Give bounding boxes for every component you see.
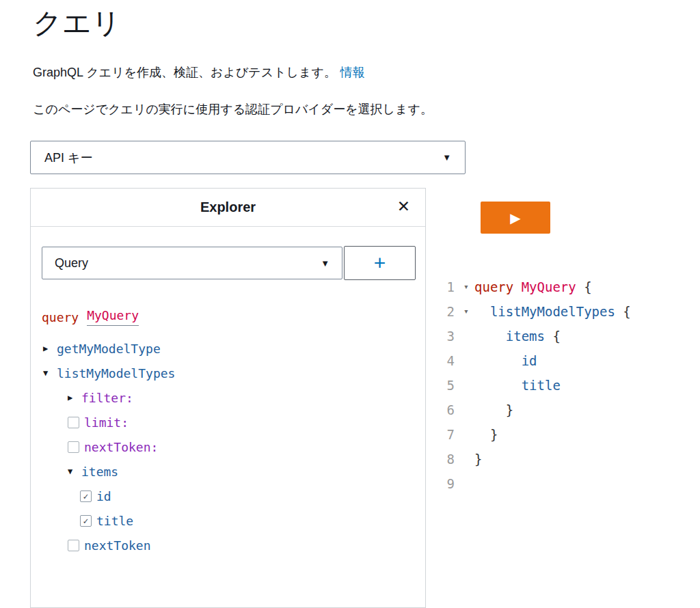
fold-gutter xyxy=(458,398,474,422)
checkbox-unchecked-icon[interactable] xyxy=(68,441,79,453)
node-label: getMyModelType xyxy=(57,342,161,356)
operation-keyword: query xyxy=(42,310,79,324)
info-link[interactable]: 情報 xyxy=(340,66,365,79)
explorer-toolbar: Query ▼ + xyxy=(31,227,425,280)
line-number: 6 xyxy=(427,398,458,422)
code-line-9[interactable]: 9 xyxy=(427,471,700,496)
code-text: items { xyxy=(474,324,561,348)
node-label: listMyModelTypes xyxy=(57,366,175,381)
code-text: title xyxy=(474,373,561,398)
fold-gutter xyxy=(458,447,474,471)
checkbox-unchecked-icon[interactable] xyxy=(68,417,79,428)
code-text: listMyModelTypes { xyxy=(474,299,631,324)
chevron-down-icon: ▼ xyxy=(442,152,451,163)
fold-gutter xyxy=(458,373,474,398)
line-number: 8 xyxy=(427,447,458,471)
chevron-down-icon: ▼ xyxy=(321,258,329,268)
code-line-7[interactable]: 7 } xyxy=(427,422,700,447)
run-query-button[interactable]: ▶ xyxy=(481,202,550,234)
operation-name-row[interactable]: query MyQuery xyxy=(31,305,425,329)
explorer-node-filter[interactable]: ▶filter: xyxy=(31,385,425,410)
node-label: items xyxy=(81,465,118,479)
add-operation-button[interactable]: + xyxy=(344,246,416,280)
line-number: 4 xyxy=(427,348,458,373)
line-number: 7 xyxy=(427,422,458,447)
expanded-arrow-icon[interactable]: ▼ xyxy=(68,467,81,476)
node-label: title xyxy=(96,514,133,528)
auth-provider-instruction: このページでクエリの実行に使用する認証プロバイダーを選択します。 xyxy=(33,101,433,118)
explorer-node-getmymodeltype[interactable]: ▶getMyModelType xyxy=(31,336,425,361)
line-number: 5 xyxy=(427,373,458,398)
node-label: limit: xyxy=(84,415,129,430)
explorer-node-items[interactable]: ▼items xyxy=(31,459,425,484)
line-number: 1 xyxy=(427,275,458,299)
fold-gutter xyxy=(458,324,474,348)
fold-arrow-icon[interactable]: ▾ xyxy=(458,275,474,299)
node-label: filter: xyxy=(81,391,133,405)
close-icon[interactable]: ✕ xyxy=(397,197,410,216)
play-icon: ▶ xyxy=(510,210,520,226)
explorer-node-nexttoken[interactable]: nextToken xyxy=(31,533,425,557)
explorer-panel: Explorer ✕ Query ▼ + query MyQuery ▶getM… xyxy=(30,188,426,608)
operation-name[interactable]: MyQuery xyxy=(87,308,139,326)
explorer-node-title[interactable]: ✓title xyxy=(31,508,425,533)
operation-type-select[interactable]: Query ▼ xyxy=(42,247,342,279)
checkbox-checked-icon[interactable]: ✓ xyxy=(80,515,92,527)
explorer-header: Explorer ✕ xyxy=(31,189,425,227)
query-editor[interactable]: 1▾query MyQuery {2▾ listMyModelTypes {3 … xyxy=(427,275,700,496)
explorer-node-listmymodeltypes[interactable]: ▼listMyModelTypes xyxy=(31,361,425,385)
explorer-tree: query MyQuery ▶getMyModelType▼listMyMode… xyxy=(31,280,425,557)
collapsed-arrow-icon[interactable]: ▶ xyxy=(68,393,81,402)
line-number: 9 xyxy=(427,471,458,496)
code-text: query MyQuery { xyxy=(474,275,592,299)
auth-provider-select[interactable]: API キー ▼ xyxy=(30,141,466,174)
fold-gutter xyxy=(458,348,474,373)
expanded-arrow-icon[interactable]: ▼ xyxy=(43,368,57,378)
code-text: } xyxy=(474,422,498,447)
code-line-5[interactable]: 5 title xyxy=(427,373,700,398)
fold-arrow-icon[interactable]: ▾ xyxy=(458,299,474,324)
page-title: クエリ xyxy=(33,4,121,42)
operation-type-selected-value: Query xyxy=(55,256,88,271)
collapsed-arrow-icon[interactable]: ▶ xyxy=(43,344,57,353)
checkbox-checked-icon[interactable]: ✓ xyxy=(80,490,92,502)
line-number: 3 xyxy=(427,324,458,348)
explorer-node-nexttoken[interactable]: nextToken: xyxy=(31,434,425,459)
explorer-node-limit[interactable]: limit: xyxy=(31,410,425,434)
code-text: } xyxy=(474,447,482,471)
explorer-node-id[interactable]: ✓id xyxy=(31,484,425,508)
code-line-4[interactable]: 4 id xyxy=(427,348,700,373)
code-line-2[interactable]: 2▾ listMyModelTypes { xyxy=(427,299,700,324)
code-text: id xyxy=(474,348,537,373)
explorer-title: Explorer xyxy=(200,199,256,215)
fold-gutter xyxy=(458,471,474,496)
auth-provider-selected-value: API キー xyxy=(44,150,92,166)
node-label: id xyxy=(96,489,111,503)
page-description: GraphQL クエリを作成、検証、およびテストします。情報 xyxy=(33,64,365,81)
code-line-3[interactable]: 3 items { xyxy=(427,324,700,348)
node-label: nextToken: xyxy=(84,440,158,454)
line-number: 2 xyxy=(427,299,458,324)
node-label: nextToken xyxy=(84,538,151,553)
page-description-text: GraphQL クエリを作成、検証、およびテストします。 xyxy=(33,66,336,79)
code-line-1[interactable]: 1▾query MyQuery { xyxy=(427,275,700,299)
code-line-6[interactable]: 6 } xyxy=(427,398,700,422)
checkbox-unchecked-icon[interactable] xyxy=(68,540,79,551)
code-text: } xyxy=(474,398,513,422)
fold-gutter xyxy=(458,422,474,447)
explorer-tree-rows: ▶getMyModelType▼listMyModelTypes▶filter:… xyxy=(31,336,425,557)
code-line-8[interactable]: 8} xyxy=(427,447,700,471)
